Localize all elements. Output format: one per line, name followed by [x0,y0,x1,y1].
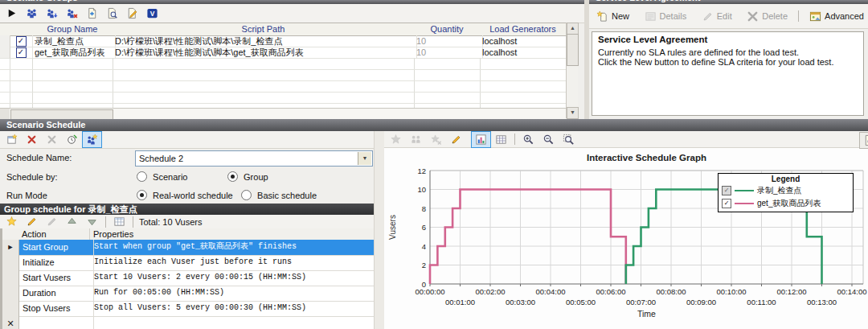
graph-delete-button[interactable] [426,131,446,148]
row-marker [2,286,19,301]
graph-add-button[interactable] [386,131,406,148]
sla-delete-button[interactable]: Delete [743,9,792,24]
radio-selected-icon [137,190,147,200]
zoom-out-button[interactable] [538,131,559,148]
x-tick-label: 00:07:00 [626,298,656,306]
properties-column-header[interactable]: Properties [90,228,374,241]
load-generators-cell[interactable]: localhost [480,35,568,47]
add-vusers-button[interactable] [22,5,42,22]
legend-title: Legend [719,174,853,184]
sla-details-button[interactable]: Details [641,9,691,24]
groups-vertical-scrollbar[interactable]: ▲ ▼ [566,23,578,118]
scroll-down-button[interactable]: ▼ [567,107,579,119]
group-enabled-checkbox[interactable]: ✓ [10,47,33,59]
script-path-column-header[interactable]: Script Path [113,23,415,36]
schedule-by-group-radio[interactable]: Group [227,171,268,182]
x-tick-label: 00:01:00 [445,298,475,306]
action-row-start-group[interactable]: ► Start Group Start when group "get_获取商品… [2,240,374,256]
toolbar-separator [514,134,515,145]
marker-column-header [2,228,19,241]
grid-line [113,58,113,108]
load-generators-column-header[interactable]: Load Generators [480,23,566,36]
view-numbers-button[interactable] [491,131,511,148]
combobox-dropdown-icon[interactable]: ▼ [358,152,371,165]
action-row-stop-vusers[interactable]: Stop Vusers Stop all Vusers: 5 every 00:… [2,301,374,317]
legend-line-swatch [735,190,754,191]
group-name-cell[interactable]: get_获取商品列表 [32,47,116,59]
zoom-in-button[interactable] [518,131,538,148]
scenario-schedule-title: Scenario Schedule [0,119,868,131]
open-vugen-button[interactable]: V [142,5,162,22]
sla-new-button[interactable]: New [592,9,633,24]
delete-all-schedules-button[interactable] [42,131,62,148]
run-mode-real-world-radio[interactable]: Real-world schedule [137,190,233,200]
script-path-cell[interactable]: D:\柠檬班\课程\性能测试\脚本\录制_检查点 [113,35,417,47]
toolbar-separator [105,216,106,228]
add-group-button[interactable] [82,5,102,22]
move-down-button[interactable] [82,215,102,228]
group-schedule-toolbar: Total: 10 Vusers [0,215,375,229]
sla-title: Service Level Agreement [589,0,868,2]
grid-line [10,58,10,108]
scrollbar-thumb[interactable] [567,34,579,66]
gray-x-icon [46,134,58,146]
quantity-cell[interactable]: 10 [414,47,483,59]
action-cell: Initialize [18,255,94,270]
new-action-icon [6,216,18,228]
action-cell: Start Group [18,240,94,255]
duration-clock-button[interactable] [62,131,82,148]
action-row-initialize[interactable]: Initialize Initialize each Vuser just be… [2,255,374,271]
properties-cell: Start when group "get_获取商品列表" finishes [90,240,374,255]
gray-delete-icon [46,216,58,228]
graph-split-button[interactable] [406,131,426,148]
schedule-name-combobox[interactable]: Schedule 2 ▼ [135,150,373,167]
action-column-header[interactable]: Action [18,228,90,241]
graph-options-button-clipped[interactable] [859,132,868,149]
grid-line [0,80,566,81]
quantity-cell[interactable]: 10 [414,35,483,47]
graph-edit-button[interactable] [446,131,466,148]
view-graph-button[interactable] [471,131,491,148]
run-mode-basic-radio[interactable]: Basic schedule [241,190,317,200]
vusers-schedule-toggle-button[interactable] [82,131,102,148]
sla-advanced-button[interactable]: Advanced [805,9,868,24]
legend-entry[interactable]: ✓ get_获取商品列表 [719,197,853,210]
script-path-cell[interactable]: D:\柠檬班\课程\性能测试\脚本\get_获取商品列表 [113,47,417,59]
add-action-button[interactable] [2,215,22,228]
x-tick-label: 00:08:00 [657,287,686,296]
edit-script-button[interactable] [122,5,142,22]
edit-action-button[interactable] [22,215,42,228]
stop-vusers-button[interactable] [62,5,82,22]
delete-row-marker[interactable]: ✕ [2,316,19,329]
loadrunner-controller-design-view: Scenario Groups V Group Name Script Path… [0,0,868,329]
delete-action-button[interactable] [42,215,62,228]
group-enabled-checkbox[interactable]: ✓ [10,35,33,47]
zoom-out-icon [542,134,555,146]
group-name-column-header[interactable]: Group Name [32,23,113,36]
load-generators-cell[interactable]: localhost [480,47,568,59]
show-grid-button[interactable] [109,215,129,228]
sla-message-line1: Currently no SLA rules are defined for t… [598,47,858,57]
sla-edit-button[interactable]: Edit [698,9,736,24]
init-vusers-button[interactable] [42,5,62,22]
groups-horizontal-scrollbar[interactable] [0,108,566,120]
x-tick-label: 00:09:00 [686,298,716,306]
legend-checkbox-checked-icon[interactable]: ✓ [722,199,731,208]
zoom-reset-button[interactable] [559,131,579,148]
quantity-column-header[interactable]: Quantity [414,23,481,36]
schedule-by-scenario-radio[interactable]: Scenario [137,171,187,182]
play-icon [6,7,18,19]
legend-entry[interactable]: ✓ 录制_检查点 [719,184,853,197]
action-row-duration[interactable]: Duration Run for 00:05:00 (HH:MM:SS) [2,286,374,302]
delete-schedule-button[interactable] [22,131,42,148]
view-script-button[interactable] [102,5,122,22]
move-up-button[interactable] [62,215,82,228]
start-scenario-button[interactable] [2,5,22,22]
x-tick-label: 00:00:00 [416,287,445,296]
action-row-start-vusers[interactable]: Start Vusers Start 10 Vusers: 2 every 00… [2,270,374,286]
legend-checkbox-checked-disabled-icon[interactable]: ✓ [722,186,731,195]
action-row-empty[interactable]: ✕ [2,316,374,329]
new-schedule-button[interactable] [2,131,22,148]
group-name-cell[interactable]: 录制_检查点 [32,35,116,47]
scroll-up-button[interactable]: ▲ [567,23,579,35]
